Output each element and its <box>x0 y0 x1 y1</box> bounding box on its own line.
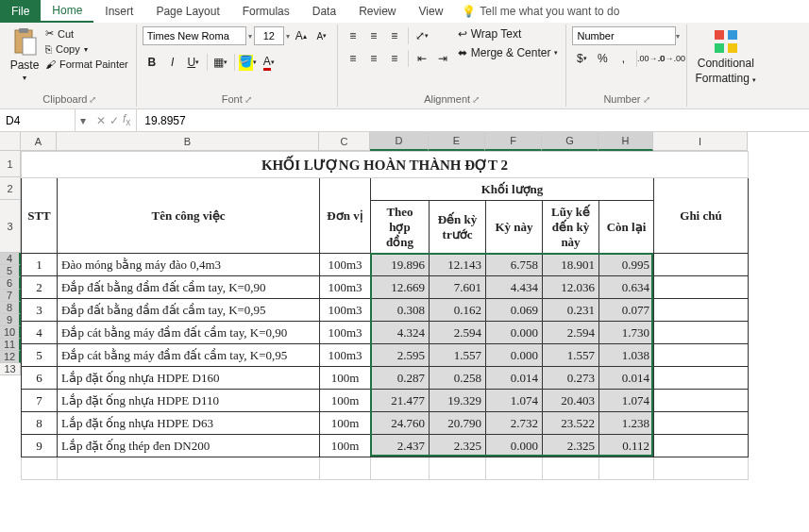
header-conlai[interactable]: Còn lại <box>599 201 654 254</box>
align-top-button[interactable]: ≡ <box>344 26 362 45</box>
header-ten[interactable]: Tên công việc <box>58 178 320 254</box>
copy-button[interactable]: ⎘Copy▾ <box>43 42 130 56</box>
header-hd[interactable]: Theo hợp đồng <box>371 201 430 254</box>
col-header-B[interactable]: B <box>57 132 319 151</box>
italic-button[interactable]: I <box>163 53 182 72</box>
cell-luyke[interactable]: 12.036 <box>543 276 599 299</box>
cell-ten[interactable]: Lắp đặt ống nhựa HDPE D110 <box>58 390 320 412</box>
header-ghichu[interactable]: Ghi chú <box>654 178 749 254</box>
cell-truoc[interactable]: 19.329 <box>430 390 486 412</box>
cell-hd[interactable]: 21.477 <box>371 390 430 412</box>
conditional-formatting-button[interactable]: Conditional Formatting ▾ <box>693 26 758 87</box>
cell-kynay[interactable]: 0.014 <box>486 367 543 390</box>
row-header-11[interactable]: 11 <box>0 339 21 351</box>
border-button[interactable]: ▦▾ <box>211 53 230 72</box>
cell-dv[interactable]: 100m <box>320 435 371 457</box>
cancel-formula-button[interactable]: ✕ <box>96 114 106 127</box>
cell-dv[interactable]: 100m3 <box>320 344 371 367</box>
cell-conlai[interactable]: 1.038 <box>599 344 654 367</box>
cell-ghichu[interactable] <box>654 412 749 435</box>
cell-ghichu[interactable] <box>654 390 749 412</box>
col-header-D[interactable]: D <box>370 132 429 151</box>
row-header-5[interactable]: 5 <box>0 265 21 277</box>
cell-luyke[interactable]: 0.273 <box>543 367 599 390</box>
cell-ten[interactable]: Đắp đất bằng đầm đất cầm tay, K=0,90 <box>58 276 320 299</box>
increase-indent-button[interactable]: ⇥ <box>433 49 452 68</box>
cell-kynay[interactable]: 2.732 <box>486 412 543 435</box>
cell-kynay[interactable]: 0.000 <box>486 322 543 344</box>
row-header-12[interactable]: 12 <box>0 351 21 363</box>
row-header-13[interactable]: 13 <box>0 363 21 375</box>
align-center-button[interactable]: ≡ <box>364 49 383 68</box>
cut-button[interactable]: ✂Cut <box>43 26 130 41</box>
row-header-6[interactable]: 6 <box>0 277 21 290</box>
cell-kynay[interactable]: 0.069 <box>486 299 543 322</box>
insert-function-button[interactable]: fx <box>123 112 130 127</box>
tell-me-search[interactable]: 💡 Tell me what you want to do <box>454 0 627 23</box>
row-header-1[interactable]: 1 <box>0 151 21 177</box>
cell-ghichu[interactable] <box>654 254 749 276</box>
format-painter-button[interactable]: 🖌Format Painter <box>43 58 130 71</box>
row-header-4[interactable]: 4 <box>0 253 21 265</box>
decrease-indent-button[interactable]: ⇤ <box>413 49 431 68</box>
align-right-button[interactable]: ≡ <box>385 49 404 68</box>
number-format-dropdown[interactable] <box>572 26 676 45</box>
header-luyke[interactable]: Lũy kế đến kỳ này <box>543 201 599 254</box>
tab-review[interactable]: Review <box>347 0 407 23</box>
font-name-input[interactable] <box>143 26 246 45</box>
cell-stt[interactable]: 9 <box>22 435 58 457</box>
cell-kynay[interactable]: 0.000 <box>486 435 543 457</box>
cell-truoc[interactable]: 20.790 <box>430 412 486 435</box>
cell-conlai[interactable]: 0.014 <box>599 367 654 390</box>
cell-truoc[interactable]: 7.601 <box>430 276 486 299</box>
cell-conlai[interactable]: 1.074 <box>599 390 654 412</box>
cell-dv[interactable]: 100m <box>320 412 371 435</box>
cell-stt[interactable]: 8 <box>22 412 58 435</box>
col-header-I[interactable]: I <box>653 132 748 151</box>
cell-conlai[interactable]: 0.995 <box>599 254 654 276</box>
title-cell[interactable]: KHỐI LƯỢNG HOÀN THÀNH ĐỢT 2 <box>22 152 749 178</box>
header-truoc[interactable]: Đến kỳ trước <box>430 201 486 254</box>
cell-dv[interactable]: 100m3 <box>320 254 371 276</box>
cell-truoc[interactable]: 0.258 <box>430 367 486 390</box>
clipboard-launcher[interactable]: ⤢ <box>89 94 96 105</box>
align-bottom-button[interactable]: ≡ <box>385 26 404 45</box>
alignment-launcher[interactable]: ⤢ <box>472 94 480 105</box>
font-size-input[interactable] <box>254 26 284 45</box>
row-header-7[interactable]: 7 <box>0 290 21 302</box>
merge-center-button[interactable]: ⬌Merge & Center▾ <box>456 45 561 60</box>
paste-button[interactable]: Paste ▾ <box>9 26 40 82</box>
confirm-formula-button[interactable]: ✓ <box>110 114 119 127</box>
tab-formulas[interactable]: Formulas <box>231 0 301 23</box>
percent-button[interactable]: % <box>593 49 612 68</box>
cell-conlai[interactable]: 0.112 <box>599 435 654 457</box>
cell-stt[interactable]: 5 <box>22 344 58 367</box>
tab-page-layout[interactable]: Page Layout <box>144 0 230 23</box>
cell-luyke[interactable]: 23.522 <box>543 412 599 435</box>
tab-view[interactable]: View <box>408 0 455 23</box>
underline-button[interactable]: U▾ <box>184 53 203 72</box>
bold-button[interactable]: B <box>143 53 161 72</box>
col-header-C[interactable]: C <box>319 132 370 151</box>
cell-kynay[interactable]: 6.758 <box>486 254 543 276</box>
cell-dv[interactable]: 100m3 <box>320 299 371 322</box>
cell-conlai[interactable]: 0.077 <box>599 299 654 322</box>
cell-truoc[interactable]: 12.143 <box>430 254 486 276</box>
number-launcher[interactable]: ⤢ <box>643 94 650 105</box>
row-header-2[interactable]: 2 <box>0 177 21 200</box>
col-header-H[interactable]: H <box>598 132 653 151</box>
cell-ghichu[interactable] <box>654 299 749 322</box>
cell-ten[interactable]: Đắp cát bằng máy đầm đất cầm tay, K=0,90 <box>58 322 320 344</box>
cell-dv[interactable]: 100m <box>320 367 371 390</box>
col-header-E[interactable]: E <box>429 132 485 151</box>
orientation-button[interactable]: ⤢▾ <box>413 26 431 45</box>
cell-kynay[interactable]: 4.434 <box>486 276 543 299</box>
cell-hd[interactable]: 2.595 <box>371 344 430 367</box>
cell-stt[interactable]: 2 <box>22 276 58 299</box>
accounting-format-button[interactable]: $▾ <box>572 49 591 68</box>
cell-luyke[interactable]: 18.901 <box>543 254 599 276</box>
increase-font-button[interactable]: A▴ <box>292 26 311 45</box>
col-header-A[interactable]: A <box>21 132 57 151</box>
header-kynay[interactable]: Kỳ này <box>486 201 543 254</box>
header-stt[interactable]: STT <box>22 178 58 254</box>
